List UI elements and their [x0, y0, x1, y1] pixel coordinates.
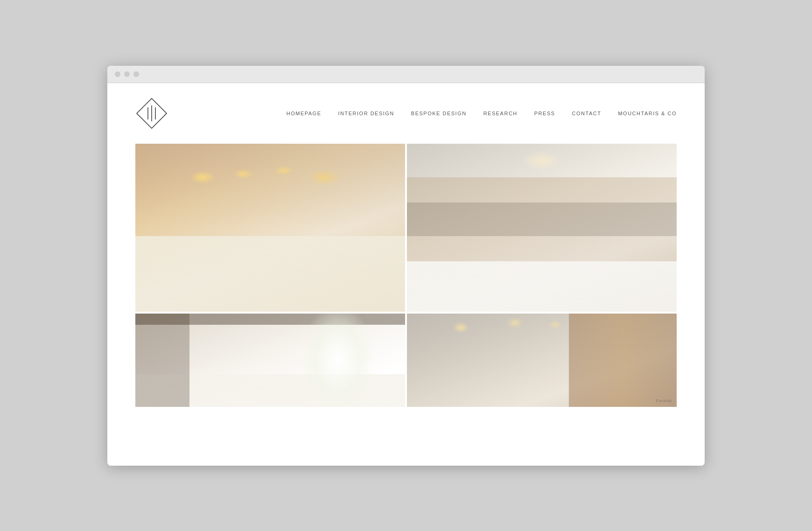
watermark-text: Format [656, 398, 672, 403]
logo[interactable] [135, 97, 168, 130]
site-header: HOMEPAGE INTERIOR DESIGN BESPOKE DESIGN … [107, 83, 705, 144]
gallery-image-2-inner [407, 144, 677, 312]
nav-item-homepage[interactable]: HOMEPAGE [287, 111, 322, 116]
gallery-image-4[interactable]: Format [407, 314, 677, 407]
gallery-image-3-inner [135, 314, 405, 407]
nav-item-mouchtaris[interactable]: MOUCHTARIS & CO [618, 111, 677, 116]
gallery-image-2[interactable] [407, 144, 677, 312]
nav-item-press[interactable]: PRESS [534, 111, 555, 116]
logo-diamond-icon [135, 97, 168, 130]
nav-item-interior-design[interactable]: INTERIOR DESIGN [338, 111, 394, 116]
browser-dot-maximize[interactable] [133, 71, 139, 77]
gallery-image-1[interactable] [135, 144, 405, 312]
browser-window: HOMEPAGE INTERIOR DESIGN BESPOKE DESIGN … [107, 66, 705, 466]
gallery-image-4-inner [407, 314, 677, 407]
gallery-image-1-inner [135, 144, 405, 312]
gallery-image-3[interactable] [135, 314, 405, 407]
gallery-grid: Format [135, 144, 677, 407]
nav-item-research[interactable]: RESEARCH [483, 111, 518, 116]
main-nav: HOMEPAGE INTERIOR DESIGN BESPOKE DESIGN … [287, 111, 677, 116]
nav-item-contact[interactable]: CONTACT [572, 111, 602, 116]
browser-dot-close[interactable] [115, 71, 120, 77]
website-content: HOMEPAGE INTERIOR DESIGN BESPOKE DESIGN … [107, 83, 705, 466]
browser-chrome [107, 66, 705, 83]
browser-dot-minimize[interactable] [124, 71, 130, 77]
nav-item-bespoke-design[interactable]: BESPOKE DESIGN [411, 111, 467, 116]
